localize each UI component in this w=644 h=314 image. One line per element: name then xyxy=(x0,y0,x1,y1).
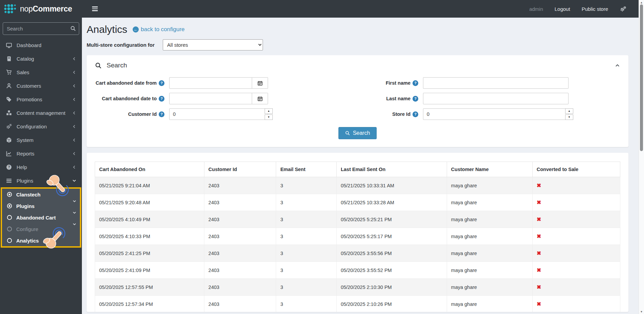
first-name-input[interactable] xyxy=(423,77,569,89)
not-converted-icon: ✖ xyxy=(537,233,541,239)
not-converted-icon: ✖ xyxy=(537,216,541,222)
table-row: 05/21/2025 9:20:48 AM2403305/21/2025 10:… xyxy=(95,194,620,211)
circle-icon xyxy=(6,226,13,232)
settings-gears-icon[interactable] xyxy=(620,6,626,12)
dot-circle-icon xyxy=(6,192,13,197)
main-area: admin Logout Public store Analytics ← ba… xyxy=(82,0,644,314)
sidebar-item-catalog[interactable]: Catalog xyxy=(0,52,82,65)
help-icon[interactable]: ? xyxy=(159,80,164,86)
sidebar-item-dashboard[interactable]: Dashboard xyxy=(0,38,82,52)
sidebar-subitem-plugins[interactable]: Plugins xyxy=(2,200,80,212)
last-name-input[interactable] xyxy=(423,93,569,104)
table-row: 05/20/2025 12:57:55 PM2403305/20/2025 2:… xyxy=(95,279,620,296)
sidebar-item-configuration[interactable]: Configuration xyxy=(0,120,82,133)
box-icon xyxy=(5,137,12,143)
sidebar-subitem-abandoned-cart[interactable]: Abandoned Cart xyxy=(2,212,80,223)
cart-icon xyxy=(5,69,12,75)
bars-icon xyxy=(5,178,12,184)
spinner-down-button[interactable]: ▼ xyxy=(565,114,573,120)
chevron-left-icon xyxy=(72,111,76,115)
sidebar-item-system[interactable]: System xyxy=(0,133,82,147)
search-icon xyxy=(70,26,76,31)
chevron-down-icon xyxy=(72,179,76,183)
user-icon xyxy=(5,83,12,89)
scroll-up-arrow-icon[interactable]: ▲ xyxy=(639,0,644,5)
sidebar: nopCommerce Dashboard Catalog Sales xyxy=(0,0,82,314)
scroll-down-arrow-icon[interactable]: ▼ xyxy=(639,309,644,314)
customer-id-input[interactable] xyxy=(169,108,268,120)
multistore-select[interactable]: All stores xyxy=(163,39,263,50)
collapse-panel-icon[interactable] xyxy=(615,63,620,68)
brand: nopCommerce xyxy=(0,0,82,18)
spinner-down-button[interactable]: ▼ xyxy=(265,114,273,120)
search-panel-title: Search xyxy=(107,62,127,69)
help-icon[interactable]: ? xyxy=(413,111,418,117)
cart-abandoned-date-from-input[interactable] xyxy=(169,77,252,89)
svg-text:?: ? xyxy=(8,165,10,169)
top-navbar: admin Logout Public store xyxy=(82,0,644,18)
sidebar-item-customers[interactable]: Customers xyxy=(0,79,82,92)
not-converted-icon: ✖ xyxy=(537,200,541,205)
desktop-icon xyxy=(5,42,12,48)
chevron-left-icon xyxy=(72,138,76,142)
help-icon[interactable]: ? xyxy=(159,96,164,102)
sidebar-subitem-configure[interactable]: Configure xyxy=(2,223,80,235)
store-id-input[interactable] xyxy=(423,108,569,120)
plugins-submenu-highlight-box: Clanstech Plugins Abandoned Cart Configu… xyxy=(1,187,81,248)
abandoned-carts-table: Cart Abandoned On Customer Id Email Sent… xyxy=(95,162,620,312)
back-to-configure-link[interactable]: ← back to configure xyxy=(133,26,184,33)
sidebar-search-input[interactable] xyxy=(3,22,79,35)
spinner-up-button[interactable]: ▲ xyxy=(565,108,573,114)
circle-icon xyxy=(6,215,13,220)
gears-icon xyxy=(5,124,12,129)
not-converted-icon: ✖ xyxy=(537,250,541,256)
sidebar-item-promotions[interactable]: Promotions xyxy=(0,92,82,106)
brand-title: nopCommerce xyxy=(20,4,72,14)
sidebar-item-reports[interactable]: Reports xyxy=(0,147,82,160)
sidebar-item-plugins[interactable]: Plugins xyxy=(0,174,82,187)
not-converted-icon: ✖ xyxy=(537,284,541,290)
question-icon: ? xyxy=(5,164,12,170)
arrow-circle-left-icon: ← xyxy=(133,26,139,33)
sidebar-item-content-management[interactable]: Content management xyxy=(0,106,82,120)
table-row: 05/20/2025 12:57:34 PM2403305/20/2025 2:… xyxy=(95,296,620,312)
vertical-scrollbar[interactable]: ▲ ▼ xyxy=(639,0,644,314)
cart-abandoned-date-to-input[interactable] xyxy=(169,93,252,104)
current-user-label: admin xyxy=(529,6,543,12)
not-converted-icon: ✖ xyxy=(537,301,541,307)
chevron-left-icon xyxy=(72,84,76,88)
table-header-row: Cart Abandoned On Customer Id Email Sent… xyxy=(95,162,620,177)
public-store-link[interactable]: Public store xyxy=(582,6,608,12)
chevron-left-icon xyxy=(72,151,76,156)
multistore-label: Multi-store configuration for xyxy=(87,42,155,48)
calendar-button[interactable] xyxy=(252,77,268,89)
circle-icon xyxy=(6,238,13,243)
help-icon[interactable]: ? xyxy=(413,96,418,102)
sidebar-subitem-clanstech[interactable]: Clanstech xyxy=(2,189,80,200)
chevron-left-icon xyxy=(72,57,76,61)
sidebar-subitem-analytics[interactable]: Analytics xyxy=(2,235,80,246)
spinner-up-button[interactable]: ▲ xyxy=(265,108,273,114)
scrollbar-thumb[interactable] xyxy=(640,4,643,151)
table-row: 05/20/2025 2:41:25 PM2403305/20/2025 3:5… xyxy=(95,245,620,262)
not-converted-icon: ✖ xyxy=(537,267,541,273)
chevron-left-icon xyxy=(72,124,76,129)
sidebar-item-sales[interactable]: Sales xyxy=(0,65,82,79)
search-button[interactable]: Search xyxy=(338,127,377,139)
logout-link[interactable]: Logout xyxy=(555,6,570,12)
sidebar-item-help[interactable]: ? Help xyxy=(0,160,82,174)
calendar-button[interactable] xyxy=(252,93,268,104)
search-icon xyxy=(345,131,350,135)
help-icon[interactable]: ? xyxy=(413,80,418,86)
sidebar-toggle-icon[interactable] xyxy=(91,4,99,13)
table-row: 05/21/2025 9:21:04 AM2403305/21/2025 10:… xyxy=(95,177,620,194)
chart-icon xyxy=(5,151,12,156)
search-icon xyxy=(95,62,102,69)
calendar-icon xyxy=(258,81,263,86)
cubes-icon xyxy=(5,110,12,116)
table-row: 05/20/2025 4:10:49 PM2403305/20/2025 5:2… xyxy=(95,211,620,228)
search-panel: Search Cart abandoned date from? xyxy=(87,55,628,147)
nopcommerce-logo-icon xyxy=(3,4,17,14)
help-icon[interactable]: ? xyxy=(159,111,164,117)
chevron-left-icon xyxy=(72,165,76,169)
